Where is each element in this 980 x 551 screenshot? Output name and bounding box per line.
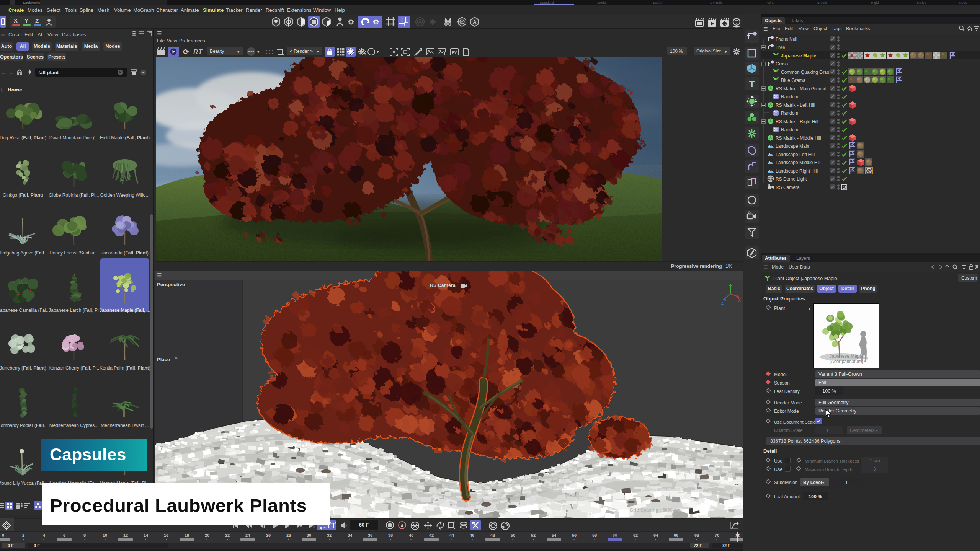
svg-text:T: T [749,79,755,89]
svg-text:A: A [473,19,477,25]
svg-text:PV: PV [452,51,457,54]
svg-text:X: X [738,298,741,302]
svg-text:Z: Z [721,301,724,305]
svg-text:Y: Y [729,284,732,289]
svg-text:Japanese Maple: Japanese Maple [830,354,863,359]
svg-text:(Acer palmatum): (Acer palmatum) [830,359,864,364]
